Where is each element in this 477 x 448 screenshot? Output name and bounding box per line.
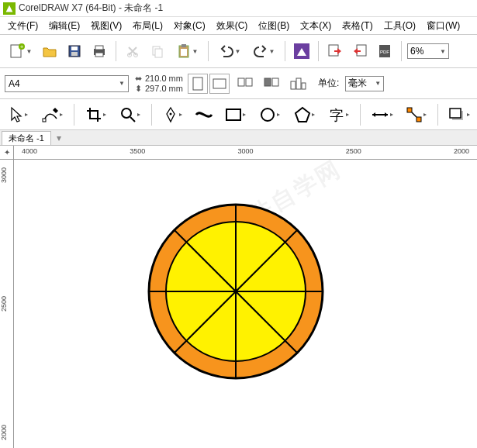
menu-window[interactable]: 窗口(W) bbox=[422, 18, 465, 34]
search-content-button[interactable] bbox=[291, 40, 313, 62]
ruler-tick: 2500 bbox=[0, 296, 13, 312]
property-bar: A4▼ ⬌210.0 mm ⬍297.0 mm 单位: 毫米▼ bbox=[0, 68, 477, 99]
svg-rect-6 bbox=[71, 52, 78, 56]
pick-tool[interactable]: ▸ bbox=[5, 103, 31, 126]
crop-tool[interactable]: ▸ bbox=[82, 103, 109, 126]
export-button[interactable] bbox=[349, 40, 371, 62]
svg-rect-15 bbox=[181, 44, 186, 47]
paper-size-value: A4 bbox=[9, 78, 20, 89]
shape-tool[interactable]: ▸ bbox=[39, 103, 65, 126]
svg-rect-28 bbox=[291, 81, 296, 89]
separator bbox=[360, 104, 361, 126]
dimension-tool[interactable]: ▸ bbox=[368, 103, 395, 126]
import-button[interactable] bbox=[324, 40, 346, 62]
units-value: 毫米 bbox=[348, 77, 367, 90]
svg-point-34 bbox=[170, 112, 172, 115]
ruler-tick: 2000 bbox=[454, 147, 469, 160]
zoom-level-combo[interactable]: 6%▼ bbox=[407, 43, 449, 59]
zoom-tool[interactable]: ▸ bbox=[116, 103, 143, 126]
separator bbox=[285, 41, 285, 61]
separator bbox=[318, 41, 319, 61]
new-button[interactable]: +▼ bbox=[5, 40, 36, 62]
redo-button[interactable]: ▼ bbox=[248, 40, 279, 62]
current-page-button[interactable] bbox=[261, 73, 282, 95]
svg-rect-35 bbox=[226, 109, 240, 120]
svg-text:+: + bbox=[19, 43, 23, 50]
menu-bitmap[interactable]: 位图(B) bbox=[254, 18, 294, 34]
height-icon: ⬍ bbox=[133, 84, 143, 94]
paper-size-combo[interactable]: A4▼ bbox=[5, 75, 129, 92]
window-title: CorelDRAW X7 (64-Bit) - 未命名 -1 bbox=[19, 2, 163, 15]
drawing-page[interactable]: 软件自学网 bbox=[19, 160, 477, 448]
svg-rect-13 bbox=[155, 49, 162, 57]
menu-layout[interactable]: 布局(L) bbox=[128, 18, 168, 34]
page-height-value[interactable]: 297.0 mm bbox=[145, 84, 183, 93]
separator bbox=[208, 41, 209, 61]
svg-rect-26 bbox=[264, 78, 271, 86]
menu-file[interactable]: 文件(F) bbox=[3, 18, 43, 34]
save-button[interactable] bbox=[64, 40, 85, 62]
connector-tool[interactable]: ▸ bbox=[403, 103, 429, 126]
drawn-object[interactable] bbox=[143, 198, 329, 384]
open-button[interactable] bbox=[39, 40, 60, 62]
pen-tool[interactable]: ▸ bbox=[160, 103, 186, 126]
separator bbox=[74, 104, 74, 126]
polygon-tool[interactable]: ▸ bbox=[291, 103, 317, 126]
ellipse-tool[interactable]: ▸ bbox=[257, 103, 283, 126]
svg-text:字: 字 bbox=[330, 108, 344, 123]
orientation-group bbox=[188, 74, 230, 94]
svg-rect-8 bbox=[95, 46, 103, 50]
print-button[interactable] bbox=[88, 40, 110, 62]
svg-rect-31 bbox=[43, 119, 46, 122]
menu-tools[interactable]: 工具(O) bbox=[379, 18, 420, 34]
separator bbox=[401, 41, 402, 61]
drop-shadow-tool[interactable]: ▸ bbox=[446, 103, 472, 126]
publish-pdf-button[interactable]: PDF bbox=[374, 40, 396, 62]
vertical-ruler[interactable]: 3000 2500 2000 bbox=[0, 160, 14, 448]
menu-view[interactable]: 视图(V) bbox=[86, 18, 126, 34]
page-dimensions: ⬌210.0 mm ⬍297.0 mm bbox=[133, 74, 183, 94]
ruler-tick: 3000 bbox=[0, 167, 13, 183]
canvas-area: ✦ 4000 3500 3000 2500 2000 3000 2500 200… bbox=[0, 146, 477, 448]
document-tab[interactable]: 未命名 -1 bbox=[2, 131, 51, 145]
landscape-button[interactable] bbox=[209, 74, 230, 94]
svg-rect-24 bbox=[238, 78, 244, 86]
page-layout-button[interactable] bbox=[287, 73, 309, 95]
ruler-tick: 3000 bbox=[237, 147, 253, 160]
all-pages-button[interactable] bbox=[234, 73, 256, 95]
ruler-tick: 2500 bbox=[346, 147, 361, 160]
width-icon: ⬌ bbox=[133, 74, 143, 84]
horizontal-ruler[interactable]: 4000 3500 3000 2500 2000 bbox=[14, 146, 477, 160]
paste-button[interactable]: ▼ bbox=[171, 40, 202, 62]
svg-rect-41 bbox=[417, 117, 421, 122]
svg-text:PDF: PDF bbox=[380, 50, 389, 54]
add-tab-button[interactable]: ▾ bbox=[53, 133, 65, 145]
menu-table[interactable]: 表格(T) bbox=[337, 18, 377, 34]
text-tool[interactable]: 字▸ bbox=[325, 103, 351, 126]
svg-marker-37 bbox=[296, 108, 309, 122]
svg-rect-29 bbox=[296, 78, 301, 89]
ruler-tick: 2000 bbox=[0, 425, 13, 440]
units-combo[interactable]: 毫米▼ bbox=[345, 76, 384, 91]
menu-edit[interactable]: 编辑(E) bbox=[44, 18, 85, 34]
copy-button[interactable] bbox=[147, 40, 168, 62]
undo-button[interactable]: ▼ bbox=[214, 40, 245, 62]
toolbox: ▸ ▸ ▸ ▸ ▸ ▸ ▸ ▸ 字▸ ▸ ▸ ▸ bbox=[0, 99, 477, 130]
menu-object[interactable]: 对象(C) bbox=[169, 18, 210, 34]
chevron-down-icon: ▼ bbox=[119, 80, 125, 87]
page-width-value[interactable]: 210.0 mm bbox=[145, 74, 183, 83]
svg-line-33 bbox=[130, 117, 135, 122]
cut-button[interactable] bbox=[122, 40, 143, 62]
chevron-down-icon: ▼ bbox=[375, 80, 381, 87]
menu-effects[interactable]: 效果(C) bbox=[212, 18, 253, 34]
ruler-origin[interactable]: ✦ bbox=[0, 146, 14, 160]
svg-rect-16 bbox=[181, 49, 187, 56]
separator bbox=[116, 41, 116, 61]
portrait-button[interactable] bbox=[188, 74, 208, 94]
artistic-media-tool[interactable] bbox=[194, 103, 214, 126]
svg-rect-5 bbox=[71, 47, 78, 50]
rectangle-tool[interactable]: ▸ bbox=[222, 103, 248, 126]
zoom-value: 6% bbox=[410, 46, 423, 57]
menu-text[interactable]: 文本(X) bbox=[296, 18, 336, 34]
chevron-down-icon: ▼ bbox=[440, 48, 446, 55]
